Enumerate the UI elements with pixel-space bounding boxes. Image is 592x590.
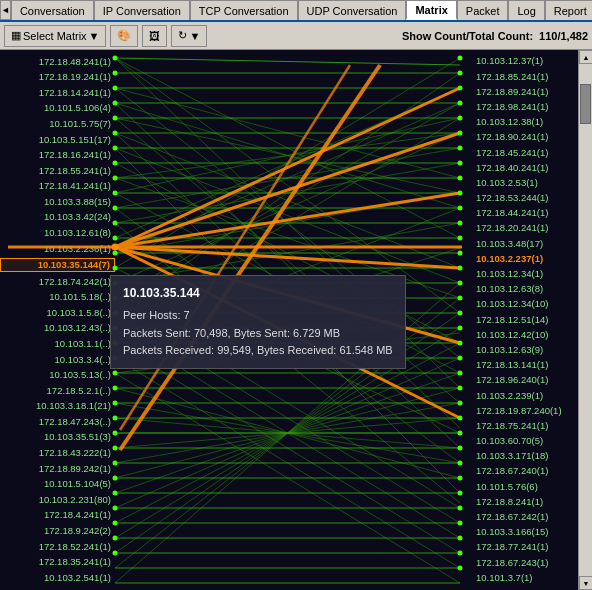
svg-point-126 xyxy=(113,446,118,451)
tooltip-title: 10.103.35.144 xyxy=(123,284,393,303)
svg-point-141 xyxy=(458,146,463,151)
svg-point-104 xyxy=(113,116,118,121)
svg-point-145 xyxy=(458,206,463,211)
svg-point-147 xyxy=(458,236,463,241)
tab-udp-conversation[interactable]: UDP Conversation xyxy=(298,0,407,20)
image-button[interactable]: 🖼 xyxy=(142,25,167,47)
svg-point-154 xyxy=(458,341,463,346)
svg-point-156 xyxy=(458,371,463,376)
svg-point-159 xyxy=(458,416,463,421)
svg-point-168 xyxy=(458,551,463,556)
show-count-label: Show Count/Total Count: xyxy=(402,30,533,42)
svg-point-123 xyxy=(113,401,118,406)
svg-point-124 xyxy=(113,416,118,421)
svg-point-148 xyxy=(458,251,463,256)
svg-point-158 xyxy=(458,401,463,406)
svg-point-134 xyxy=(112,244,119,251)
svg-point-121 xyxy=(113,371,118,376)
color-button[interactable]: 🎨 xyxy=(110,25,138,47)
svg-point-166 xyxy=(458,521,463,526)
svg-point-101 xyxy=(113,71,118,76)
svg-point-149 xyxy=(458,266,463,271)
svg-point-135 xyxy=(458,56,463,61)
svg-point-157 xyxy=(458,386,463,391)
svg-point-150 xyxy=(458,281,463,286)
tab-scroll-left[interactable]: ◄ xyxy=(0,0,11,20)
svg-point-167 xyxy=(458,536,463,541)
svg-point-112 xyxy=(113,236,118,241)
matrix-icon: ▦ xyxy=(11,29,21,42)
svg-point-127 xyxy=(113,461,118,466)
tab-matrix[interactable]: Matrix xyxy=(406,0,456,20)
svg-point-140 xyxy=(458,131,463,136)
tab-bar: ◄ Conversation IP Conversation TCP Conve… xyxy=(0,0,592,22)
svg-point-113 xyxy=(113,251,118,256)
count-display: Show Count/Total Count: 110/1,482 xyxy=(402,30,588,42)
svg-point-130 xyxy=(113,506,118,511)
matrix-visualization[interactable]: 172.18.48.241(1) 172.18.19.241(1) 172.18… xyxy=(0,50,592,590)
svg-point-105 xyxy=(113,131,118,136)
svg-point-128 xyxy=(113,476,118,481)
svg-point-110 xyxy=(113,206,118,211)
svg-point-109 xyxy=(113,191,118,196)
svg-point-160 xyxy=(458,431,463,436)
svg-point-151 xyxy=(458,296,463,301)
tab-ip-conversation[interactable]: IP Conversation xyxy=(94,0,190,20)
tab-report[interactable]: Report xyxy=(545,0,592,20)
tooltip-packets-received: Packets Received: 99,549, Bytes Received… xyxy=(123,342,393,360)
tooltip-packets-sent: Packets Sent: 70,498, Bytes Sent: 6.729 … xyxy=(123,325,393,343)
svg-point-107 xyxy=(113,161,118,166)
tab-conversation[interactable]: Conversation xyxy=(11,0,94,20)
svg-point-143 xyxy=(458,176,463,181)
refresh-button[interactable]: ↻ ▼ xyxy=(171,25,207,47)
node-tooltip: 10.103.35.144 Peer Hosts: 7 Packets Sent… xyxy=(110,275,406,369)
svg-line-0 xyxy=(115,58,460,65)
svg-point-111 xyxy=(113,221,118,226)
svg-point-161 xyxy=(458,446,463,451)
svg-point-164 xyxy=(458,491,463,496)
select-matrix-button[interactable]: ▦ Select Matrix ▼ xyxy=(4,25,106,47)
tab-tcp-conversation[interactable]: TCP Conversation xyxy=(190,0,298,20)
select-matrix-label: Select Matrix xyxy=(23,30,87,42)
dropdown-icon: ▼ xyxy=(89,30,100,42)
svg-point-163 xyxy=(458,476,463,481)
svg-point-114 xyxy=(113,266,118,271)
svg-point-138 xyxy=(458,101,463,106)
scrollbar-thumb[interactable] xyxy=(580,84,591,124)
svg-point-102 xyxy=(113,86,118,91)
color-icon: 🎨 xyxy=(117,29,131,42)
svg-point-129 xyxy=(113,491,118,496)
svg-point-132 xyxy=(113,536,118,541)
vertical-scrollbar[interactable]: ▲ ▼ xyxy=(578,50,592,590)
svg-point-108 xyxy=(113,176,118,181)
svg-point-162 xyxy=(458,461,463,466)
svg-point-152 xyxy=(458,311,463,316)
svg-point-142 xyxy=(458,161,463,166)
scrollbar-down-button[interactable]: ▼ xyxy=(579,576,592,590)
tooltip-peer-hosts-label: Peer Hosts: xyxy=(123,309,180,321)
svg-point-103 xyxy=(113,101,118,106)
svg-point-133 xyxy=(113,551,118,556)
scrollbar-up-button[interactable]: ▲ xyxy=(579,50,592,64)
svg-point-165 xyxy=(458,506,463,511)
tab-packet[interactable]: Packet xyxy=(457,0,509,20)
svg-point-169 xyxy=(458,566,463,571)
tooltip-peer-hosts: Peer Hosts: 7 xyxy=(123,307,393,325)
toolbar: ▦ Select Matrix ▼ 🎨 🖼 ↻ ▼ Show Count/Tot… xyxy=(0,22,592,50)
count-value: 110/1,482 xyxy=(539,30,588,42)
scrollbar-track[interactable] xyxy=(579,64,592,576)
svg-point-137 xyxy=(458,86,463,91)
svg-point-155 xyxy=(458,356,463,361)
svg-point-136 xyxy=(458,71,463,76)
svg-point-144 xyxy=(458,191,463,196)
svg-point-122 xyxy=(113,386,118,391)
dropdown-icon2: ▼ xyxy=(189,30,200,42)
svg-point-106 xyxy=(113,146,118,151)
svg-point-125 xyxy=(113,431,118,436)
image-icon: 🖼 xyxy=(149,30,160,42)
svg-point-131 xyxy=(113,521,118,526)
tab-log[interactable]: Log xyxy=(508,0,544,20)
svg-point-146 xyxy=(458,221,463,226)
svg-point-139 xyxy=(458,116,463,121)
svg-point-100 xyxy=(113,56,118,61)
